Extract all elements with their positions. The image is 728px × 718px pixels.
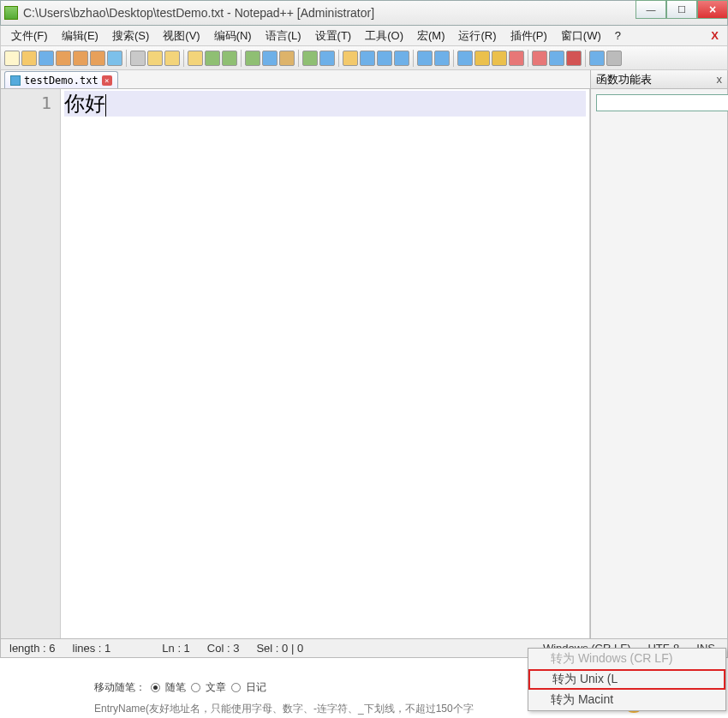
editor[interactable]: 1 你好 xyxy=(1,89,590,638)
menu-item-11[interactable]: 窗口(W) xyxy=(556,27,606,45)
toolbar-separator xyxy=(528,50,528,67)
toolbar-button-21[interactable] xyxy=(394,51,409,66)
radio-wenzhang-label: 文章 xyxy=(206,680,226,695)
toolbar-separator xyxy=(298,50,299,67)
tab-close-icon[interactable]: × xyxy=(102,75,112,86)
toolbar-button-26[interactable] xyxy=(492,51,507,66)
window-title: C:\Users\bzhao\Desktop\testDemo.txt - No… xyxy=(23,6,724,20)
line-number: 1 xyxy=(1,93,51,113)
tabstrip: testDemo.txt × xyxy=(1,70,590,89)
menu-item-6[interactable]: 设置(T) xyxy=(310,27,357,45)
toolbar-button-25[interactable] xyxy=(474,51,490,66)
menu-item-10[interactable]: 插件(P) xyxy=(505,27,552,45)
panel-title: 函数功能表 xyxy=(596,72,652,87)
menu-item-9[interactable]: 运行(R) xyxy=(453,27,501,45)
radio-suibi-label: 随笔 xyxy=(165,680,186,695)
app-icon xyxy=(4,6,18,20)
toolbar-button-7[interactable] xyxy=(130,51,146,66)
toolbar-button-24[interactable] xyxy=(457,51,473,66)
file-icon xyxy=(10,75,21,86)
menu-overflow[interactable]: X xyxy=(706,27,722,44)
toolbar-separator xyxy=(338,50,339,67)
toolbar-button-4[interactable] xyxy=(73,51,88,66)
panel-close-icon[interactable]: x xyxy=(717,73,723,86)
toolbar-button-13[interactable] xyxy=(245,51,260,66)
line-gutter: 1 xyxy=(1,89,61,638)
panel-header: 函数功能表 x xyxy=(591,70,727,89)
toolbar-button-18[interactable] xyxy=(343,51,358,66)
code-area[interactable]: 你好 xyxy=(61,89,589,638)
menu-item-7[interactable]: 工具(O) xyxy=(360,27,409,45)
toolbar-button-6[interactable] xyxy=(107,51,122,66)
panel-body: AZ xyxy=(591,89,727,117)
status-lines: lines : 1 xyxy=(64,642,120,655)
toolbar-button-31[interactable] xyxy=(589,51,605,66)
maximize-button[interactable]: ☐ xyxy=(666,0,697,19)
eol-context-menu: 转为 Windows (CR LF)转为 Unix (L转为 Macint xyxy=(528,648,726,711)
toolbar-button-2[interactable] xyxy=(39,51,54,66)
toolbar-button-27[interactable] xyxy=(509,51,524,66)
toolbar-button-15[interactable] xyxy=(279,51,295,66)
editor-pane: testDemo.txt × 1 你好 xyxy=(1,70,590,638)
toolbar-button-1[interactable] xyxy=(21,51,37,66)
menu-item-0[interactable]: 文件(F) xyxy=(6,27,53,45)
toolbar-button-14[interactable] xyxy=(262,51,277,66)
code-text: 你好 xyxy=(64,93,105,115)
close-button[interactable]: × xyxy=(697,0,728,19)
titlebar: C:\Users\bzhao\Desktop\testDemo.txt - No… xyxy=(0,0,728,26)
toolbar-button-8[interactable] xyxy=(147,51,163,66)
status-ln: Ln : 1 xyxy=(153,642,199,655)
toolbar-button-16[interactable] xyxy=(302,51,318,66)
menu-item-2[interactable]: 搜索(S) xyxy=(107,27,154,45)
toolbar-button-30[interactable] xyxy=(566,51,582,66)
menu-item-12[interactable]: ? xyxy=(610,27,626,44)
radio-wenzhang[interactable] xyxy=(191,683,200,692)
menu-item-8[interactable]: 宏(M) xyxy=(412,27,451,45)
toolbar-button-0[interactable] xyxy=(4,51,20,66)
status-length: length : 6 xyxy=(1,642,64,655)
caret xyxy=(105,94,106,117)
menu-item-3[interactable]: 视图(V) xyxy=(158,27,205,45)
tab-label: testDemo.txt xyxy=(24,75,98,87)
menubar: 文件(F)编辑(E)搜索(S)视图(V)编码(N)语言(L)设置(T)工具(O)… xyxy=(0,26,728,46)
radio-suibi[interactable] xyxy=(151,683,160,692)
context-menu-item-2[interactable]: 转为 Macint xyxy=(528,690,725,710)
toolbar-separator xyxy=(585,50,586,67)
toolbar-button-20[interactable] xyxy=(377,51,392,66)
toolbar-button-19[interactable] xyxy=(360,51,375,66)
toolbar-button-12[interactable] xyxy=(222,51,237,66)
toolbar-separator xyxy=(183,50,184,67)
tab-testdemo[interactable]: testDemo.txt × xyxy=(4,71,118,88)
main-area: testDemo.txt × 1 你好 函数功能表 x AZ xyxy=(0,70,728,639)
toolbar-button-22[interactable] xyxy=(417,51,433,66)
toolbar-button-28[interactable] xyxy=(532,51,547,66)
toolbar-separator xyxy=(241,50,242,67)
toolbar-button-3[interactable] xyxy=(56,51,71,66)
status-sel: Sel : 0 | 0 xyxy=(248,642,312,655)
toolbar-button-10[interactable] xyxy=(188,51,203,66)
toolbar-button-11[interactable] xyxy=(205,51,220,66)
menu-item-5[interactable]: 语言(L) xyxy=(260,27,307,45)
menu-item-1[interactable]: 编辑(E) xyxy=(57,27,104,45)
radio-riji-label: 日记 xyxy=(246,680,266,695)
toolbar-separator xyxy=(413,50,414,67)
status-col: Col : 3 xyxy=(199,642,248,655)
minimize-button[interactable]: — xyxy=(636,0,666,19)
context-menu-item-0: 转为 Windows (CR LF) xyxy=(528,649,725,669)
toolbar-button-23[interactable] xyxy=(434,51,450,66)
stray-label: 移动随笔： xyxy=(94,680,146,695)
function-search-input[interactable] xyxy=(596,94,728,111)
menu-item-4[interactable]: 编码(N) xyxy=(209,27,257,45)
context-menu-item-1[interactable]: 转为 Unix (L xyxy=(528,669,725,690)
toolbar-button-9[interactable] xyxy=(164,51,180,66)
toolbar xyxy=(0,46,728,70)
window-controls: — ☐ × xyxy=(636,0,728,19)
toolbar-button-17[interactable] xyxy=(319,51,335,66)
toolbar-button-32[interactable] xyxy=(606,51,622,66)
radio-riji[interactable] xyxy=(231,683,241,692)
function-list-panel: 函数功能表 x AZ xyxy=(590,70,727,638)
toolbar-button-29[interactable] xyxy=(549,51,564,66)
toolbar-separator xyxy=(126,50,127,67)
toolbar-button-5[interactable] xyxy=(90,51,105,66)
toolbar-separator xyxy=(453,50,454,67)
